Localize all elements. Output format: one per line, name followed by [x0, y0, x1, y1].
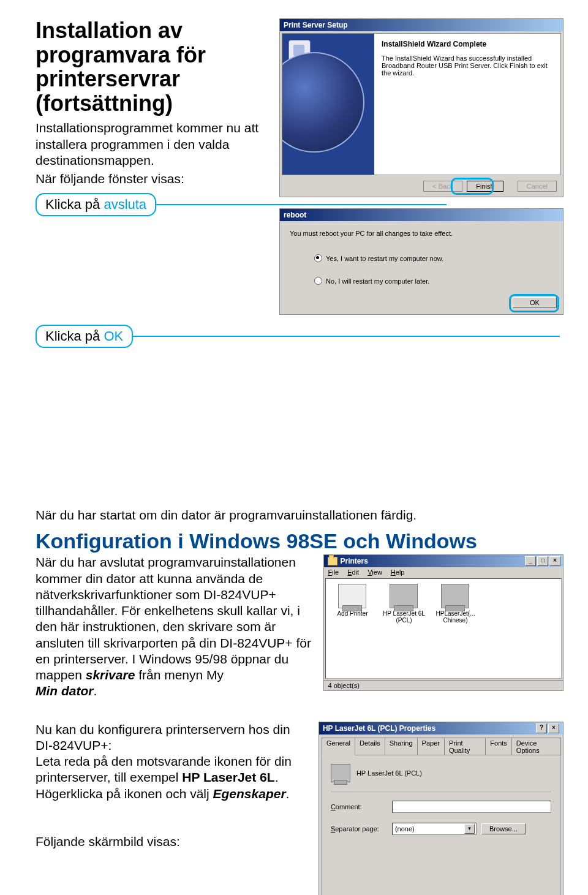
- intro-paragraph-2: När följande fönster visas:: [36, 171, 272, 187]
- add-printer-item[interactable]: Add Printer: [331, 584, 374, 617]
- after-restart-text: När du har startat om din dator är progr…: [36, 507, 564, 523]
- finish-button[interactable]: Finish: [467, 181, 503, 192]
- props-intro2e: .: [286, 787, 290, 801]
- tab-details[interactable]: Details: [355, 738, 385, 755]
- wizard-sidebar-graphic: [282, 34, 374, 175]
- radio-selected-icon: [314, 254, 322, 262]
- callout-finish: Klicka på avsluta: [36, 193, 156, 216]
- printers-title: Printers: [340, 557, 368, 565]
- properties-dialog: HP LaserJet 6L (PCL) Properties ? × Gene…: [318, 722, 564, 896]
- printer-icon: [390, 584, 418, 608]
- menu-edit[interactable]: Edit: [347, 568, 359, 576]
- separator-combo[interactable]: (none) ▼: [392, 823, 477, 835]
- tab-print-quality[interactable]: Print Quality: [444, 738, 486, 755]
- reboot-message: You must reboot your PC for all changes …: [290, 230, 553, 237]
- menu-view[interactable]: View: [368, 568, 382, 576]
- tab-general[interactable]: General: [322, 738, 355, 755]
- browse-button[interactable]: Browse...: [481, 823, 526, 834]
- props-printer-name: HP LaserJet 6L (PCL): [356, 769, 422, 777]
- callout-finish-prefix: Klicka på: [45, 197, 104, 212]
- printer-item-hp6l[interactable]: HP LaserJet 6L (PCL): [382, 584, 425, 624]
- printer-icon: [331, 764, 350, 782]
- config-em-mindator: Min dator: [36, 684, 94, 698]
- reboot-ok-button[interactable]: OK: [513, 297, 557, 308]
- page-title: Installation av programvara för printers…: [36, 18, 272, 115]
- tab-sharing[interactable]: Sharing: [385, 738, 418, 755]
- connector-line: [132, 336, 560, 337]
- config-paragraph: När du har avslutat programvaruinstallat…: [36, 555, 311, 682]
- printer-item-hpchinese[interactable]: HPLaserJet(... Chinese): [434, 584, 477, 624]
- connector-line: [156, 204, 447, 205]
- wizard-titlebar: Print Server Setup: [280, 19, 563, 31]
- reboot-dialog: reboot You must reboot your PC for all c…: [279, 208, 564, 315]
- folder-icon: [328, 557, 337, 565]
- close-icon[interactable]: ×: [549, 556, 560, 566]
- wizard-complete-heading: InstallShield Wizard Complete: [382, 40, 553, 48]
- minimize-icon[interactable]: _: [525, 556, 536, 566]
- comment-label: Comment:: [331, 803, 387, 810]
- reboot-yes-option[interactable]: Yes, I want to restart my computer now.: [314, 254, 553, 262]
- intro-paragraph-1: Installationsprogrammet kommer nu att in…: [36, 120, 272, 168]
- help-icon[interactable]: ?: [536, 723, 547, 733]
- props-intro1: Nu kan du konfigurera printerservern hos…: [36, 722, 290, 752]
- back-button[interactable]: < Back: [423, 181, 462, 192]
- reboot-no-option[interactable]: No, I will restart my computer later.: [314, 277, 553, 285]
- chevron-down-icon: ▼: [464, 824, 475, 834]
- callout-ok-word: OK: [104, 328, 123, 344]
- printer-icon: [441, 584, 469, 608]
- tab-fonts[interactable]: Fonts: [485, 738, 512, 755]
- separator-label: Separator page:: [331, 825, 387, 833]
- globe-graphic: [282, 52, 364, 153]
- radio-unselected-icon: [314, 277, 322, 285]
- callout-finish-word: avsluta: [104, 197, 146, 212]
- close-icon[interactable]: ×: [548, 723, 559, 733]
- add-printer-icon: [338, 584, 366, 608]
- config-paragraph-tail: från menyn My: [135, 668, 224, 682]
- props-intro-egenskaper: Egenskaper: [213, 787, 286, 801]
- callout-ok-prefix: Klicka på: [45, 328, 104, 344]
- following-text: Följande skärmbild visas:: [36, 834, 180, 848]
- wizard-complete-text: The InstallShield Wizard has successfull…: [382, 55, 553, 77]
- reboot-yes-label: Yes, I want to restart my computer now.: [326, 255, 443, 262]
- cancel-button[interactable]: Cancel: [518, 181, 557, 192]
- tab-device-options[interactable]: Device Options: [511, 738, 561, 755]
- printer-label-hpchinese: HPLaserJet(... Chinese): [436, 610, 475, 624]
- printers-status: 4 object(s): [328, 682, 359, 689]
- installshield-wizard-window: Print Server Setup InstallShield Wizard …: [279, 18, 564, 197]
- props-intro-hp: HP LaserJet 6L: [182, 770, 274, 784]
- menu-file[interactable]: File: [328, 568, 339, 576]
- comment-input[interactable]: [392, 801, 551, 813]
- separator-value: (none): [395, 825, 415, 833]
- printers-menubar: File Edit View Help: [324, 567, 563, 577]
- config-paragraph-tail2: .: [94, 684, 97, 698]
- callout-ok: Klicka på OK: [36, 325, 133, 348]
- maximize-icon[interactable]: □: [537, 556, 548, 566]
- printers-window: Printers _ □ × File Edit View Help Add P…: [323, 554, 564, 691]
- tab-paper[interactable]: Paper: [417, 738, 445, 755]
- config-em-skrivare: skrivare: [86, 668, 135, 682]
- config-heading: Konfiguration i Windows 98SE och Windows: [36, 529, 564, 553]
- reboot-no-label: No, I will restart my computer later.: [326, 278, 429, 285]
- menu-help[interactable]: Help: [391, 568, 405, 576]
- printer-label-hp6l: HP LaserJet 6L (PCL): [383, 610, 425, 624]
- props-titlebar: HP LaserJet 6L (PCL) Properties: [323, 724, 435, 733]
